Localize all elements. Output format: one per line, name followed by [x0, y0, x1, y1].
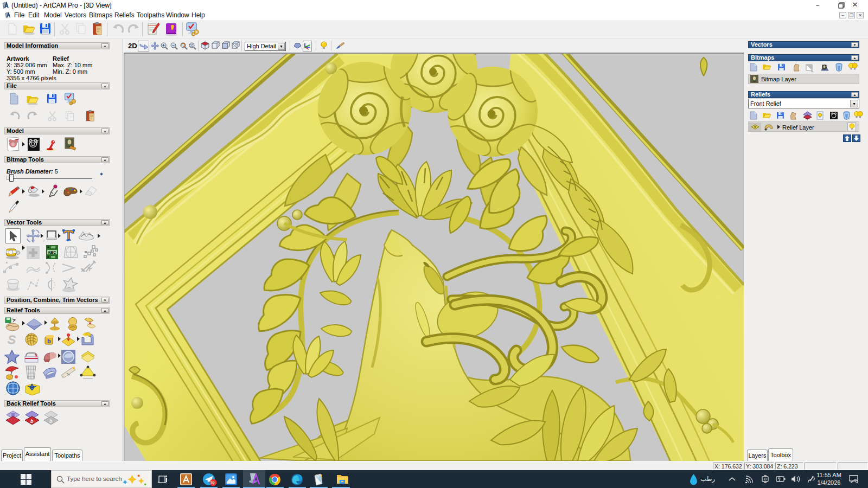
svg-text:b: b [49, 419, 53, 424]
svg-text:ABC: ABC [48, 251, 56, 254]
svg-text:S: S [8, 333, 16, 346]
svg-text:b: b [47, 338, 51, 344]
svg-text:T: T [36, 139, 39, 144]
svg-text:70: 70 [210, 481, 215, 485]
svg-text:+: + [764, 127, 767, 132]
svg-text:b: b [30, 419, 34, 424]
svg-text:T: T [16, 138, 19, 144]
